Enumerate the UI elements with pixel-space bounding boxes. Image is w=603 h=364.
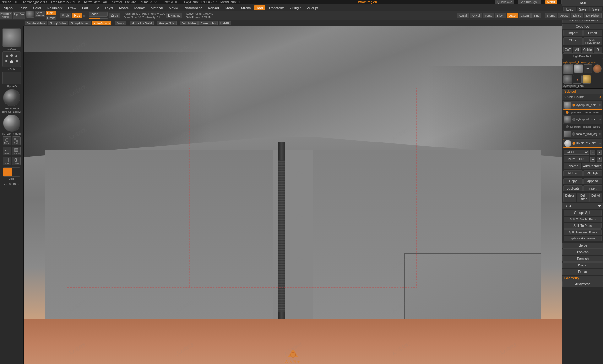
auto-reorder-btn[interactable]: AutoReorder <box>582 163 602 169</box>
subtool-eye-1[interactable]: 👁 <box>599 104 601 106</box>
menu-color[interactable]: Color <box>30 5 44 10</box>
split-section-title[interactable]: Split <box>562 203 603 209</box>
menu-marker[interactable]: Marker <box>132 5 148 10</box>
menu-zplugin[interactable]: ZPlugin <box>287 5 304 10</box>
all-btn[interactable]: All <box>573 47 581 53</box>
del-all-btn[interactable]: Del All <box>589 193 602 202</box>
menu-zscript[interactable]: ZScript <box>305 5 321 10</box>
menu-macro[interactable]: Macro <box>117 5 131 10</box>
transp-tool[interactable]: Transp <box>12 147 21 155</box>
group-visible-btn[interactable]: GroupVisible <box>48 21 68 25</box>
subtool-item-3[interactable]: fonalar_final_obj 👁 <box>563 130 602 138</box>
new-folder-btn[interactable]: New Folder <box>564 156 589 162</box>
thumb-a[interactable] <box>563 75 572 84</box>
lightbox-btn[interactable]: LightBox <box>13 12 25 19</box>
merge-btn[interactable]: Merge <box>562 243 603 249</box>
edit-btn[interactable]: Edit <box>46 11 56 15</box>
copy-btn[interactable]: Copy <box>563 178 583 184</box>
menu-render[interactable]: Render <box>205 5 222 10</box>
subtool-item-1[interactable]: cyberpunk_bom 👁 <box>563 101 602 110</box>
subtool-eye-4[interactable]: 👁 <box>599 142 601 145</box>
mirror-and-weld-btn[interactable]: Mirror And Weld <box>130 21 154 25</box>
all-low-btn[interactable]: All Low <box>563 170 583 176</box>
del-hidden-btn[interactable]: Del Hidden <box>180 21 198 25</box>
scale-tool[interactable]: Scale <box>12 136 21 145</box>
menu-brush[interactable]: Brush <box>16 5 30 10</box>
quick-sketch-btn[interactable]: QuickSketch <box>35 11 45 17</box>
divide-btn[interactable]: Divide <box>571 13 583 18</box>
brush-preview[interactable] <box>2 28 21 47</box>
auto-groups-btn[interactable]: Auto Groups <box>92 21 112 25</box>
menu-bar[interactable]: Alpha Brush Color Document Draw Edit Fil… <box>0 4 603 11</box>
append-btn[interactable]: Append <box>583 178 602 184</box>
subtool-eye-2[interactable]: 👁 <box>599 119 601 121</box>
menu-btn[interactable]: Menu <box>545 0 557 4</box>
toggle-2[interactable] <box>572 118 575 121</box>
array-mesh-btn[interactable]: ArrayMesh <box>562 281 603 287</box>
menu-file[interactable]: File <box>91 5 102 10</box>
frame-btn[interactable]: Frame <box>545 13 557 18</box>
make-polymesh-btn[interactable]: Make PolyMesh3D <box>583 37 602 46</box>
see-through-btn[interactable]: See through 0 <box>518 0 541 4</box>
r-btn[interactable]: R <box>594 47 602 53</box>
split-masked-btn[interactable]: Split Masked Points <box>564 236 602 241</box>
star-thumb[interactable]: ✦ <box>584 64 592 73</box>
menu-movie[interactable]: Movie <box>166 5 180 10</box>
mirror-btn[interactable]: Mirror <box>115 21 126 25</box>
del-higher-btn[interactable]: Del Higher <box>584 13 602 18</box>
menu-preferences[interactable]: Preferences <box>181 5 205 10</box>
arrow-up-btn[interactable]: ▲ <box>590 150 595 155</box>
solo-tool[interactable]: Solo <box>12 157 21 165</box>
jacket-thumb-2[interactable] <box>574 64 583 73</box>
rgb-btn[interactable]: Rgb <box>72 13 82 18</box>
groups-split-btn-2[interactable]: Groups Split <box>157 21 177 25</box>
subtool-item-4[interactable]: PM3D_Ring3D1 👁 <box>563 139 602 148</box>
brush-icon[interactable] <box>26 11 34 18</box>
alpha-preview[interactable] <box>2 72 21 84</box>
zsub-btn[interactable]: Zsub <box>109 13 120 18</box>
clone-btn[interactable]: Clone <box>563 37 583 46</box>
menu-edit[interactable]: Edit <box>79 5 90 10</box>
l-sym-btn[interactable]: L.Sym <box>519 13 531 18</box>
duplicate-btn[interactable]: Duplicate <box>563 185 583 191</box>
brush-dots[interactable] <box>2 51 21 67</box>
menu-stroke[interactable]: Stroke <box>238 5 253 10</box>
boolean-btn[interactable]: Boolean <box>562 249 603 255</box>
frame-tool[interactable]: Frame <box>3 157 11 165</box>
del-other-btn[interactable]: Del Other <box>577 193 589 202</box>
toggle-on-1[interactable] <box>572 104 575 107</box>
split-unmasked-btn[interactable]: Split Unmasked Points <box>564 229 602 235</box>
jacket-thumb-1[interactable] <box>563 64 573 74</box>
menu-tool[interactable]: Tool <box>254 5 265 10</box>
delete-btn[interactable]: Delete <box>563 193 576 202</box>
draw-btn[interactable]: Draw <box>46 16 56 20</box>
menu-alpha[interactable]: Alpha <box>1 5 15 10</box>
persp-btn[interactable]: Persp <box>483 13 495 18</box>
quick-save-btn[interactable]: QuickSave <box>495 0 514 4</box>
menu-draw[interactable]: Draw <box>66 5 79 10</box>
color-swatch[interactable] <box>3 167 20 177</box>
xpose-btn[interactable]: Xpose <box>558 13 571 18</box>
floor-btn[interactable]: Floor <box>495 13 506 18</box>
rename-btn[interactable]: Rename <box>564 163 581 169</box>
loco-btn[interactable]: LoGo <box>507 13 518 18</box>
menu-transform[interactable]: Transform <box>266 5 287 10</box>
project-btn[interactable]: Project <box>562 262 603 268</box>
main-viewport[interactable]: 人人素材区 人人素材区 人人素材区 人人素材区 人人素材区 人人素材区 人人素材… <box>24 26 562 364</box>
split-similar-btn[interactable]: Split To Similar Parts <box>564 217 602 222</box>
dynamic-btn[interactable]: Dynamic <box>166 13 182 18</box>
sphere-preview[interactable] <box>3 89 20 106</box>
move-tool[interactable]: Move <box>3 136 11 145</box>
subtool-eye-3[interactable]: 👁 <box>599 133 601 135</box>
toggle-3[interactable] <box>572 132 575 136</box>
hide-pt-btn[interactable]: HidePt <box>219 21 231 25</box>
insert-btn[interactable]: Insert <box>583 185 602 191</box>
s3d-btn[interactable]: S3D <box>531 13 541 18</box>
rotate-tool[interactable]: Rotate <box>3 147 11 155</box>
visible-btn[interactable]: Visible <box>582 47 593 53</box>
thumb-c[interactable] <box>582 75 591 84</box>
groups-split-btn-r[interactable]: Groups Split <box>564 210 602 216</box>
extract-btn[interactable]: Extract <box>562 269 603 275</box>
menu-document[interactable]: Document <box>44 5 65 10</box>
group-masked-btn[interactable]: Group Masked <box>69 21 91 25</box>
